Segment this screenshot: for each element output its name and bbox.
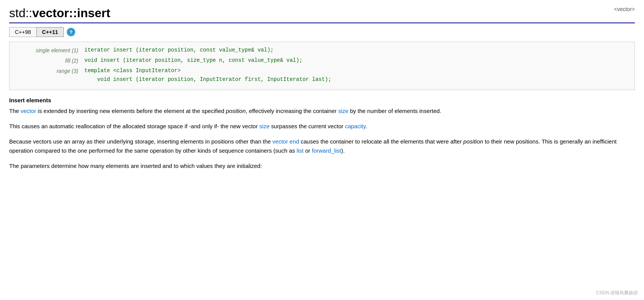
top-right-link[interactable]: <vector>	[614, 6, 635, 12]
code-range-line2: void insert (iterator position, InputIte…	[84, 75, 628, 84]
page-header: std::vector::insert <vector>	[9, 6, 635, 23]
link-vector-end-p3[interactable]: vector end	[273, 138, 299, 145]
code-label-range: range (3)	[16, 66, 84, 76]
paragraph-2: This causes an automatic reallocation of…	[9, 122, 635, 131]
section-heading: Insert elements	[9, 97, 635, 103]
code-content-range: template <class InputIterator> void inse…	[84, 66, 628, 85]
paragraph-1: The vector is extended by inserting new …	[9, 106, 635, 116]
code-row-range: range (3) template <class InputIterator>…	[16, 66, 628, 85]
tab-cpp11[interactable]: C++11	[36, 27, 64, 37]
code-range-line1: template <class InputIterator>	[84, 66, 628, 76]
title-main: vector::insert	[32, 6, 110, 20]
link-size-p1[interactable]: size	[338, 108, 349, 114]
code-box: single element (1) iterator insert (iter…	[9, 42, 635, 90]
code-row-single: single element (1) iterator insert (iter…	[16, 46, 628, 55]
code-row-fill: fill (2) void insert (iterator position,…	[16, 56, 628, 66]
link-capacity-p2[interactable]: capacity	[345, 123, 366, 129]
tab-cpp98[interactable]: C++98	[9, 27, 36, 37]
code-label-fill: fill (2)	[16, 56, 84, 66]
em-position-p3: position	[463, 138, 483, 145]
code-content-single: iterator insert (iterator position, cons…	[84, 46, 628, 55]
paragraph-3: Because vectors use an array as their un…	[9, 137, 635, 155]
code-label-single: single element (1)	[16, 46, 84, 55]
em-position-p1: position	[226, 108, 246, 114]
link-list-p3[interactable]: list	[297, 147, 303, 154]
page-title: std::vector::insert	[9, 6, 110, 20]
title-prefix: std::	[9, 6, 32, 20]
link-forward-list-p3[interactable]: forward_list	[312, 147, 341, 154]
help-icon[interactable]: ?	[67, 28, 75, 36]
link-vector-p1[interactable]: vector	[21, 108, 36, 114]
link-size-p2[interactable]: size	[259, 123, 270, 129]
tabs-row: C++98 C++11 ?	[9, 27, 635, 37]
paragraph-4: The parameters determine how many elemen…	[9, 161, 635, 171]
code-content-fill: void insert (iterator position, size_typ…	[84, 56, 628, 65]
